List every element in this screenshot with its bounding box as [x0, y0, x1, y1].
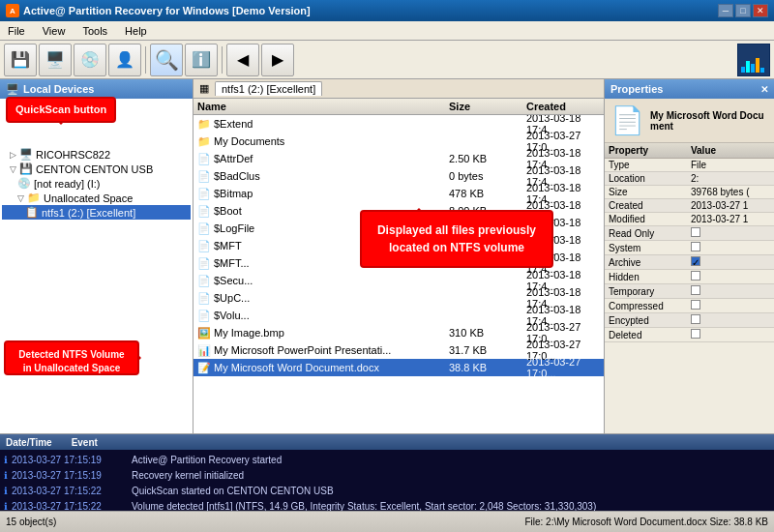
hdd-icon2: 💾 [19, 163, 33, 175]
log-event: Recovery kernel initialized [132, 470, 770, 481]
menu-tools[interactable]: Tools [78, 24, 111, 38]
prop-value: 2013-03-27 1 [687, 199, 774, 213]
prop-value: 2: [687, 172, 774, 186]
file-type-icon: 📄 [197, 257, 211, 270]
drive-icon: 💿 [17, 177, 31, 190]
file-type-icon: 📄 [197, 240, 211, 252]
tree-item-centon[interactable]: ▽ 💾 CENTON CENTON USB [2, 162, 191, 176]
toolbar-computer-btn[interactable]: 🖥️ [39, 44, 72, 76]
prop-name: Read Only [605, 226, 687, 241]
prop-checkbox[interactable] [691, 329, 700, 339]
tab-ntfs[interactable]: ntfs1 (2:) [Excellent] [215, 81, 322, 96]
tree-arrow2: ▽ [10, 164, 16, 174]
prop-checkbox[interactable] [691, 285, 700, 295]
file-name: 📁 My Documents [197, 135, 449, 148]
toolbar-disk-btn[interactable]: 💿 [74, 44, 106, 76]
center-tab: ▦ ntfs1 (2:) [Excellent] [194, 79, 604, 99]
log-event: QuickScan started on CENTON CENTON USB [132, 486, 770, 496]
log-area: Date/Time Event ℹ 2013-03-27 17:15:19 Ac… [0, 433, 774, 511]
close-button[interactable]: ✕ [753, 4, 768, 17]
unallocated-icon: 📁 [27, 192, 41, 204]
toolbar-sep2 [222, 46, 223, 74]
prop-value: File [687, 159, 774, 172]
left-panel-header: 🖥️ Local Devices [0, 79, 193, 99]
toolbar-info-btn[interactable]: ℹ️ [185, 44, 218, 76]
toolbar-right [737, 44, 770, 76]
file-type-icon: 📄 [197, 153, 211, 165]
prop-checkbox[interactable] [691, 242, 700, 251]
toolbar-search-btn[interactable]: 🔍 [150, 44, 183, 76]
tree-item-unallocated[interactable]: ▽ 📁 Unallocated Space [2, 191, 191, 205]
left-panel-title: Local Devices [23, 83, 94, 95]
properties-close-button[interactable]: ✕ [760, 84, 768, 95]
file-type-icon: 📊 [197, 344, 211, 357]
file-size: 478 KB [449, 188, 526, 199]
tree-item-ricoh[interactable]: ▷ 🖥️ RICOHRSC822 [2, 147, 191, 162]
tree-label-ricoh: RICOHRSC822 [36, 149, 110, 161]
title-bar-buttons[interactable]: ─ □ ✕ [718, 4, 768, 17]
log-info-icon: ℹ [4, 501, 8, 512]
prop-checkbox[interactable]: ✓ [691, 256, 700, 266]
properties-panel: Properties ✕ 📄 My Microsoft Word Documen… [605, 79, 774, 433]
prop-col-property: Property [605, 143, 687, 159]
prop-checkbox[interactable] [691, 300, 700, 310]
tree-label-centon: CENTON CENTON USB [36, 163, 153, 175]
log-info-icon: ℹ [4, 486, 8, 496]
prop-checkbox[interactable] [691, 227, 700, 237]
prop-value: 2013-03-27 1 [687, 213, 774, 226]
prop-value [687, 241, 774, 255]
file-list-header: Name Size Created [194, 99, 604, 115]
chart-icon [737, 44, 770, 76]
prop-name: Encypted [605, 313, 687, 328]
status-file-info: File: 2:\My Microsoft Word Document.docx… [524, 517, 768, 527]
ntfs-callout: Detected NTFS Volume in Unallocated Spac… [4, 340, 139, 375]
file-type-icon: 📄 [197, 275, 211, 287]
prop-col-value: Value [687, 143, 774, 159]
file-type-icon: 📄 [197, 205, 211, 218]
log-col-datetime: Date/Time [6, 437, 52, 448]
maximize-button[interactable]: □ [735, 4, 751, 17]
file-size: 310 KB [449, 327, 526, 339]
file-type-icon: 📄 [197, 222, 211, 235]
file-size: 38.8 KB [449, 362, 526, 373]
minimize-button[interactable]: ─ [718, 4, 733, 17]
prop-checkbox[interactable] [691, 314, 700, 324]
col-header-created[interactable]: Created [526, 101, 600, 112]
toolbar-back-btn[interactable]: ◀ [226, 44, 259, 76]
menu-help[interactable]: Help [121, 24, 151, 38]
toolbar-sep1 [145, 46, 146, 74]
prop-name: Deleted [605, 328, 687, 342]
prop-name: Hidden [605, 270, 687, 284]
toolbar-save-btn[interactable]: 💾 [4, 44, 37, 76]
file-row[interactable]: 📝 My Microsoft Word Document.docx 38.8 K… [194, 359, 604, 376]
log-event: Active@ Partition Recovery started [132, 455, 770, 465]
menu-view[interactable]: View [39, 24, 70, 38]
prop-value [687, 284, 774, 299]
log-row: ℹ 2013-03-27 17:15:22 Volume detected [n… [0, 498, 774, 511]
prop-checkbox[interactable] [691, 271, 700, 281]
prop-value: ✓ [687, 255, 774, 270]
properties-file-name: My Microsoft Word Document [650, 110, 768, 132]
prop-name: Modified [605, 213, 687, 226]
tree-item-ntfs[interactable]: 📋 ntfs1 (2:) [Excellent] [2, 205, 191, 220]
center-panel: ▦ ntfs1 (2:) [Excellent] Name Size Creat… [194, 79, 605, 433]
properties-file-preview: 📄 My Microsoft Word Document [605, 99, 774, 143]
file-name: 📄 $AttrDef [197, 153, 449, 165]
prop-value [687, 299, 774, 313]
prop-value [687, 313, 774, 328]
file-name: 📄 $Secu... [197, 275, 449, 287]
toolbar-user-btn[interactable]: 👤 [108, 44, 141, 76]
col-header-size[interactable]: Size [449, 101, 526, 112]
file-type-icon: 📄 [197, 170, 211, 183]
file-type-icon: 📄 [197, 188, 211, 200]
file-name: 📄 $Bitmap [197, 188, 449, 200]
col-header-name[interactable]: Name [197, 101, 449, 112]
window-title: Active@ Partition Recovery for Windows [… [23, 5, 311, 16]
toolbar-forward-btn[interactable]: ▶ [261, 44, 294, 76]
tree-area[interactable]: ▷ 🖥️ RICOHRSC822 ▽ 💾 CENTON CENTON USB 💿… [0, 99, 193, 433]
tree-item-notready[interactable]: 💿 [not ready] (I:) [2, 176, 191, 191]
menu-file[interactable]: File [4, 24, 29, 38]
prop-value [687, 328, 774, 342]
file-name: 📁 $Extend [197, 118, 449, 131]
file-list[interactable]: 📁 $Extend 2013-03-18 17:4... 📁 My Docume… [194, 115, 604, 433]
